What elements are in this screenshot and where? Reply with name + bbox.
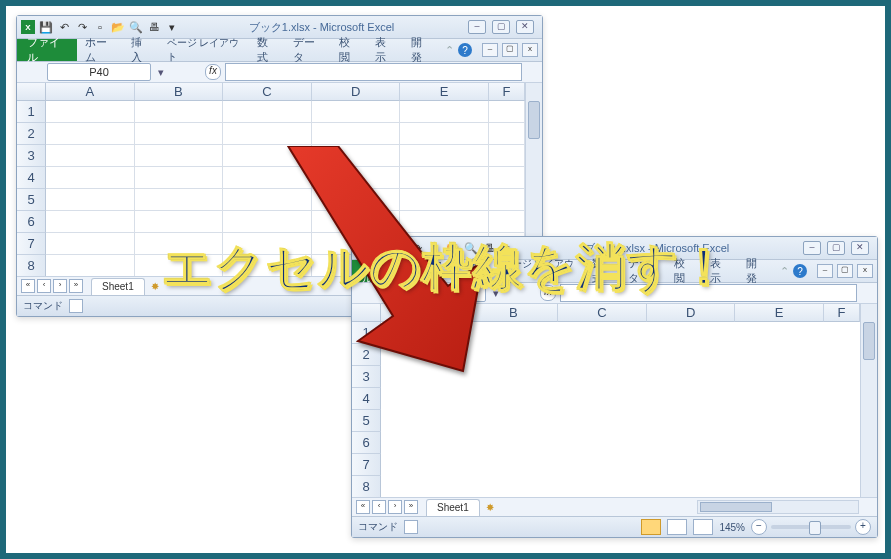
- cell[interactable]: [647, 388, 736, 410]
- row-header[interactable]: 8: [352, 476, 381, 497]
- cell[interactable]: [381, 432, 470, 454]
- row-header[interactable]: 4: [352, 388, 381, 410]
- cell[interactable]: [824, 410, 860, 432]
- workbook-restore-button[interactable]: ▢: [502, 43, 518, 57]
- cell[interactable]: [46, 145, 135, 167]
- cell[interactable]: [824, 432, 860, 454]
- help-icon[interactable]: ?: [458, 43, 472, 57]
- undo-icon[interactable]: ↶: [57, 20, 71, 34]
- col-header[interactable]: B: [135, 83, 224, 101]
- cell[interactable]: [824, 454, 860, 476]
- col-header[interactable]: D: [647, 304, 736, 322]
- cell[interactable]: [381, 410, 470, 432]
- cell[interactable]: [824, 322, 860, 344]
- maximize-button[interactable]: ▢: [492, 20, 510, 34]
- pagebreak-view-button[interactable]: [693, 519, 713, 535]
- file-tab[interactable]: ファイル: [17, 39, 77, 61]
- cell[interactable]: [135, 123, 224, 145]
- cell[interactable]: [46, 167, 135, 189]
- cell[interactable]: [381, 476, 470, 497]
- cell[interactable]: [558, 454, 647, 476]
- new-sheet-icon[interactable]: ✸: [486, 502, 494, 513]
- row-header[interactable]: 7: [352, 454, 381, 476]
- minimize-button[interactable]: –: [468, 20, 486, 34]
- save-icon[interactable]: 💾: [39, 20, 53, 34]
- col-header[interactable]: C: [223, 83, 312, 101]
- open-icon[interactable]: 📂: [111, 20, 125, 34]
- cell[interactable]: [135, 101, 224, 123]
- cell[interactable]: [135, 145, 224, 167]
- cell[interactable]: [735, 476, 824, 497]
- cell[interactable]: [489, 101, 525, 123]
- ribbon-tab-home[interactable]: ホーム: [77, 39, 123, 61]
- cell[interactable]: [46, 211, 135, 233]
- ribbon-tab-formulas[interactable]: 数式: [249, 39, 285, 61]
- cell[interactable]: [735, 344, 824, 366]
- col-header[interactable]: D: [312, 83, 401, 101]
- col-header[interactable]: F: [824, 304, 860, 322]
- cell[interactable]: [46, 189, 135, 211]
- redo-icon[interactable]: ↷: [75, 20, 89, 34]
- macro-record-icon[interactable]: [404, 520, 418, 534]
- row-header[interactable]: 6: [352, 432, 381, 454]
- cell[interactable]: [470, 476, 559, 497]
- formula-bar[interactable]: [225, 63, 522, 81]
- col-header[interactable]: F: [489, 83, 525, 101]
- cell[interactable]: [824, 344, 860, 366]
- cell[interactable]: [135, 167, 224, 189]
- cell[interactable]: [558, 322, 647, 344]
- row-header[interactable]: 5: [352, 410, 381, 432]
- row-header[interactable]: 2: [17, 123, 46, 145]
- cell[interactable]: [647, 410, 736, 432]
- cell[interactable]: [558, 344, 647, 366]
- row-header[interactable]: 6: [17, 211, 46, 233]
- cell[interactable]: [223, 101, 312, 123]
- zoom-percent[interactable]: 145%: [719, 522, 745, 533]
- ribbon-tab-view[interactable]: 表示: [367, 39, 403, 61]
- cell[interactable]: [647, 344, 736, 366]
- cell[interactable]: [46, 123, 135, 145]
- cell[interactable]: [824, 476, 860, 497]
- vertical-scrollbar[interactable]: [860, 304, 877, 497]
- cell[interactable]: [470, 454, 559, 476]
- next-sheet-icon[interactable]: ›: [388, 500, 402, 514]
- print-icon[interactable]: 🖶: [147, 20, 161, 34]
- cell[interactable]: [223, 123, 312, 145]
- cell[interactable]: [735, 454, 824, 476]
- cell[interactable]: [381, 388, 470, 410]
- zoom-in-button[interactable]: +: [855, 519, 871, 535]
- cell[interactable]: [735, 366, 824, 388]
- cell[interactable]: [647, 322, 736, 344]
- sheet-tab[interactable]: Sheet1: [426, 499, 480, 516]
- cell[interactable]: [735, 432, 824, 454]
- close-button[interactable]: ✕: [516, 20, 534, 34]
- cell[interactable]: [558, 410, 647, 432]
- name-box[interactable]: P40: [47, 63, 151, 81]
- horizontal-scrollbar[interactable]: [697, 500, 859, 514]
- ribbon-tab-data[interactable]: データ: [285, 39, 331, 61]
- first-sheet-icon[interactable]: «: [356, 500, 370, 514]
- cell[interactable]: [647, 366, 736, 388]
- pagelayout-view-button[interactable]: [667, 519, 687, 535]
- cell[interactable]: [558, 388, 647, 410]
- cell[interactable]: [135, 189, 224, 211]
- row-header[interactable]: 3: [17, 145, 46, 167]
- print-preview-icon[interactable]: 🔍: [129, 20, 143, 34]
- cell[interactable]: [312, 123, 401, 145]
- col-header[interactable]: A: [46, 83, 135, 101]
- col-header[interactable]: E: [400, 83, 489, 101]
- cell[interactable]: [558, 366, 647, 388]
- cell[interactable]: [470, 388, 559, 410]
- cell[interactable]: [647, 454, 736, 476]
- fx-icon[interactable]: fx: [205, 64, 221, 80]
- workbook-close-button[interactable]: x: [522, 43, 538, 57]
- row-header[interactable]: 5: [17, 189, 46, 211]
- normal-view-button[interactable]: [641, 519, 661, 535]
- cell[interactable]: [470, 410, 559, 432]
- col-header[interactable]: C: [558, 304, 647, 322]
- ribbon-tab-developer[interactable]: 開発: [403, 39, 439, 61]
- ribbon-tab-insert[interactable]: 挿入: [123, 39, 159, 61]
- cell[interactable]: [312, 101, 401, 123]
- col-header[interactable]: E: [735, 304, 824, 322]
- cell[interactable]: [470, 432, 559, 454]
